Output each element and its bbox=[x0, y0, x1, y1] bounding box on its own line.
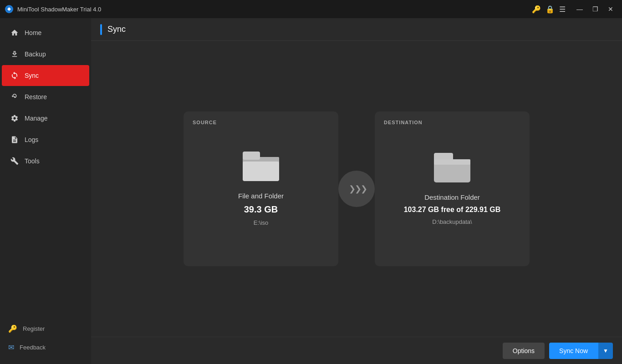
page-header: Sync bbox=[91, 18, 622, 41]
sidebar-item-sync[interactable]: Sync bbox=[2, 65, 89, 86]
sidebar-label-logs: Logs bbox=[25, 136, 38, 143]
sidebar-bottom: 🔑 Register ✉ Feedback bbox=[0, 319, 91, 364]
sidebar-item-tools[interactable]: Tools bbox=[2, 151, 89, 172]
maximize-button[interactable]: ❐ bbox=[588, 2, 602, 16]
sidebar-label-restore: Restore bbox=[25, 93, 47, 101]
source-name: File and Folder bbox=[238, 192, 284, 200]
sys-icons: 🔑 🔒 ☰ bbox=[532, 5, 566, 14]
app-layout: Home Backup Sync Restore bbox=[0, 18, 622, 364]
sync-now-group: Sync Now ▼ bbox=[549, 343, 613, 359]
key-bottom-icon: 🔑 bbox=[8, 324, 17, 333]
options-button[interactable]: Options bbox=[503, 343, 545, 359]
sidebar-item-home[interactable]: Home bbox=[2, 22, 89, 43]
source-size: 39.3 GB bbox=[244, 204, 278, 215]
key-icon[interactable]: 🔑 bbox=[532, 5, 541, 14]
svg-rect-4 bbox=[243, 162, 279, 181]
page-title: Sync bbox=[107, 25, 126, 34]
sync-now-dropdown-button[interactable]: ▼ bbox=[598, 343, 613, 359]
menu-icon[interactable]: ☰ bbox=[559, 5, 566, 14]
source-path: E:\iso bbox=[254, 219, 269, 226]
destination-card[interactable]: DESTINATION Destination Folder 103.27 GB… bbox=[375, 111, 530, 266]
svg-rect-3 bbox=[243, 152, 260, 160]
sidebar-label-sync: Sync bbox=[25, 72, 39, 79]
sidebar-label-manage: Manage bbox=[25, 115, 48, 122]
source-card[interactable]: SOURCE File and Folder 39.3 GB E:\iso bbox=[184, 111, 338, 266]
sidebar-label-tools: Tools bbox=[25, 157, 40, 165]
window-controls: — ❐ ✕ bbox=[573, 2, 617, 16]
minimize-button[interactable]: — bbox=[573, 2, 586, 16]
sync-now-button[interactable]: Sync Now bbox=[549, 343, 598, 359]
feedback-label: Feedback bbox=[20, 344, 46, 351]
source-label: SOURCE bbox=[193, 120, 217, 125]
destination-name: Destination Folder bbox=[424, 193, 480, 201]
sidebar-item-manage[interactable]: Manage bbox=[2, 108, 89, 129]
svg-rect-7 bbox=[434, 159, 470, 165]
titlebar: MiniTool ShadowMaker Trial 4.0 🔑 🔒 ☰ — ❐… bbox=[0, 0, 622, 18]
mail-icon: ✉ bbox=[8, 343, 14, 352]
sync-icon bbox=[10, 71, 19, 80]
register-label: Register bbox=[23, 325, 45, 332]
sidebar-label-backup: Backup bbox=[25, 51, 46, 58]
tools-icon bbox=[10, 157, 19, 166]
bottom-bar: Options Sync Now ▼ bbox=[91, 337, 622, 364]
header-accent bbox=[100, 24, 102, 35]
destination-free: 103.27 GB free of 229.91 GB bbox=[404, 206, 501, 214]
sync-area: SOURCE File and Folder 39.3 GB E:\iso ❯❯… bbox=[91, 41, 622, 337]
close-button[interactable]: ✕ bbox=[604, 2, 617, 16]
lock-icon[interactable]: 🔒 bbox=[546, 5, 555, 14]
destination-folder-icon bbox=[434, 153, 470, 184]
sidebar-label-home: Home bbox=[25, 29, 41, 36]
app-logo bbox=[5, 5, 14, 14]
main-content: Sync SOURCE File and Folder 39.3 GB bbox=[91, 18, 622, 364]
backup-icon bbox=[10, 50, 19, 59]
sidebar-item-feedback[interactable]: ✉ Feedback bbox=[0, 338, 91, 357]
sidebar-item-register[interactable]: 🔑 Register bbox=[0, 319, 91, 338]
sidebar-item-restore[interactable]: Restore bbox=[2, 86, 89, 107]
sidebar-item-backup[interactable]: Backup bbox=[2, 44, 89, 65]
home-icon bbox=[10, 28, 19, 37]
restore-icon bbox=[10, 92, 19, 101]
manage-icon bbox=[10, 114, 19, 123]
sidebar-nav: Home Backup Sync Restore bbox=[0, 22, 91, 319]
source-folder-icon bbox=[243, 152, 279, 183]
destination-path: D:\backupdata\ bbox=[432, 218, 472, 225]
app-title: MiniTool ShadowMaker Trial 4.0 bbox=[17, 6, 532, 13]
sidebar-item-logs[interactable]: Logs bbox=[2, 129, 89, 150]
sidebar: Home Backup Sync Restore bbox=[0, 18, 91, 364]
sync-arrow: ❯❯❯ bbox=[338, 171, 375, 207]
logs-icon bbox=[10, 135, 19, 144]
destination-label: DESTINATION bbox=[384, 120, 423, 125]
